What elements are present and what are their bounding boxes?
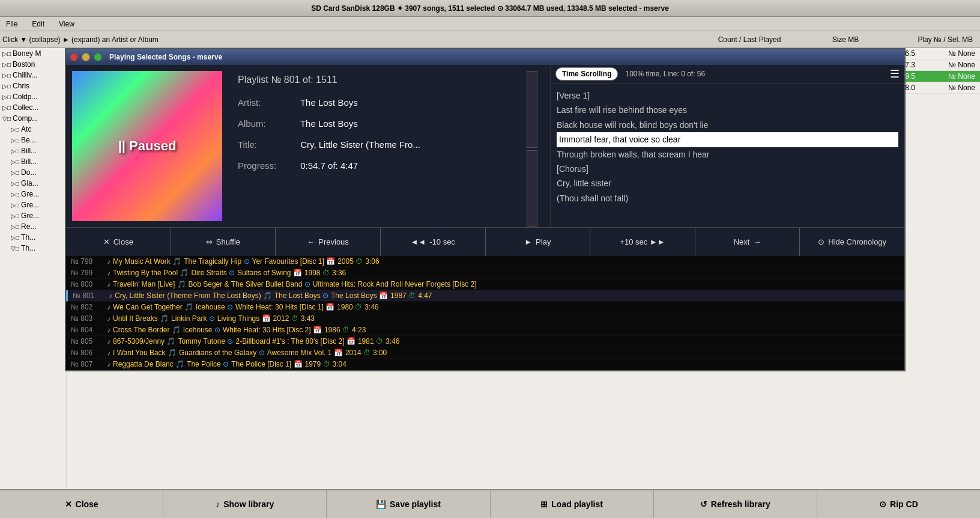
window-close-btn[interactable]: [70, 53, 78, 61]
pl-title: Reggatta De Blanc: [113, 360, 174, 368]
playlist-row[interactable]: № 802♪We Can Get Together 🎵Icehouse ⊙Whi…: [66, 302, 904, 313]
save-playlist-button[interactable]: 💾 Save playlist: [327, 490, 490, 518]
hide-chronology-button[interactable]: ⊙ Hide Chronology: [800, 228, 904, 256]
playlist-row[interactable]: № 800♪Travelin' Man [Live] 🎵Bob Seger & …: [66, 279, 904, 290]
sidebar-item-coldp[interactable]: ▷□ Coldp...: [0, 91, 67, 102]
pl-artist: The Tragically Hip: [184, 257, 241, 266]
col-size: Size MB: [809, 35, 882, 44]
music-note-icon: ♪: [107, 314, 110, 323]
sidebar-item-be[interactable]: ▷□ Be...: [0, 135, 67, 145]
bottom-close-button[interactable]: ✕ Close: [0, 490, 163, 518]
scroll-area: [514, 65, 550, 227]
file-play: № None: [915, 61, 975, 69]
pl-time: 3:06: [365, 257, 379, 266]
rewind-button[interactable]: ◄◄ -10 sec: [381, 228, 486, 256]
sidebar-item-do[interactable]: ▷□ Do...: [0, 167, 67, 178]
album-icon: ⊙: [322, 291, 328, 300]
scroll-bar-2[interactable]: [527, 150, 537, 227]
sidebar-item-comp[interactable]: ▽□ Comp...: [0, 113, 67, 124]
window-min-btn[interactable]: [82, 53, 90, 61]
sidebar-item-gre1[interactable]: ▷□ Gre...: [0, 189, 67, 200]
sidebar-item-atc[interactable]: ▷□ Atc: [0, 124, 67, 135]
album-label: Album:: [238, 118, 298, 129]
forward-button[interactable]: +10 sec ►►: [590, 228, 695, 256]
show-library-button[interactable]: ♪ Show library: [163, 490, 327, 518]
album-icon: ⊙: [259, 349, 265, 357]
col-click[interactable]: Click ▼ (collapse) ► (expand) an Artist …: [2, 35, 689, 44]
pl-year: 1979: [305, 360, 321, 368]
pl-num: № 799: [71, 269, 107, 277]
pl-album: Yer Favourites [Disc 1]: [252, 257, 324, 266]
playlist-row[interactable]: № 798♪My Music At Work 🎵The Tragically H…: [66, 256, 904, 267]
playlist-row[interactable]: № 799♪Twisting By the Pool 🎵Dire Straits…: [66, 267, 904, 279]
time-scrolling-button[interactable]: Time Scrolling: [555, 67, 618, 81]
sidebar-item-chilli[interactable]: ▷□ Chilliv...: [0, 70, 67, 81]
sidebar-item-bill1[interactable]: ▷□ Bill...: [0, 145, 67, 156]
next-button[interactable]: Next →: [695, 228, 800, 256]
time-icon: ⏱: [323, 360, 330, 368]
pl-title: Travelin' Man [Live]: [113, 280, 175, 288]
pl-album: The Lost Boys: [331, 291, 377, 300]
library-icon: ♪: [216, 499, 220, 509]
shuffle-button[interactable]: ⇔ Shuffle: [171, 228, 276, 256]
load-playlist-button[interactable]: ⊞ Load playlist: [491, 490, 654, 518]
sidebar-item-re[interactable]: ▷□ Re...: [0, 221, 67, 232]
sidebar-item-bill2[interactable]: ▷□ Bill...: [0, 156, 67, 167]
pl-album: Sultans of Swing: [237, 269, 291, 277]
album-icon: ⊙: [229, 269, 235, 277]
menu-edit[interactable]: Edit: [28, 19, 48, 29]
time-icon: ⏱: [376, 337, 383, 346]
pl-artist: Tommy Tutone: [178, 337, 225, 346]
pl-title: 867-5309/Jenny: [113, 337, 165, 346]
time-icon: ⏱: [408, 291, 416, 300]
playlist-row[interactable]: № 803♪Until It Breaks 🎵Linkin Park ⊙Livi…: [66, 313, 904, 325]
menu-file[interactable]: File: [2, 19, 21, 29]
pl-artist: Icehouse: [183, 326, 213, 334]
music-note-icon: ♪: [107, 326, 110, 334]
pl-title: We Can Get Together: [113, 303, 183, 311]
title-value: Cry, Little Sister (Theme Fro...: [300, 139, 420, 150]
close-button[interactable]: ✕ Close: [66, 228, 171, 256]
sidebar-item-boney[interactable]: ▷□ Boney M: [0, 48, 67, 59]
scroll-bar-1[interactable]: [527, 71, 537, 148]
rip-cd-button[interactable]: ⊙ Rip CD: [817, 490, 980, 518]
sidebar-item-th1[interactable]: ▷□ Th...: [0, 232, 67, 243]
playlist-row[interactable]: № 801♪Cry, Little Sister (Theme From The…: [66, 290, 904, 302]
playlist-row[interactable]: № 807♪Reggatta De Blanc 🎵The Police ⊙The…: [66, 359, 904, 370]
playlist-row[interactable]: № 805♪867-5309/Jenny 🎵Tommy Tutone ⊙2-Bi…: [66, 336, 904, 347]
progress-row: Progress: 0:54.7 of: 4:47: [238, 160, 504, 171]
lyric-line: [Chorus]: [557, 162, 898, 176]
play-button[interactable]: ► Play: [486, 228, 591, 256]
sidebar-item-collec[interactable]: ▷□ Collec...: [0, 102, 67, 113]
artist-icon: 🎵: [172, 326, 181, 334]
menu-view[interactable]: View: [55, 19, 78, 29]
playlist-row[interactable]: № 804♪Cross The Border 🎵Icehouse ⊙White …: [66, 325, 904, 336]
artist-icon: 🎵: [175, 360, 184, 368]
year-icon: 📅: [346, 337, 355, 346]
title-row: Title: Cry, Little Sister (Theme Fro...: [238, 139, 504, 150]
lyrics-menu-icon[interactable]: ☰: [890, 67, 900, 81]
pl-artist: Guardians of the Galaxy: [179, 349, 256, 357]
sidebar-item-label: Gla...: [21, 179, 38, 187]
sidebar-item-gre3[interactable]: ▷□ Gre...: [0, 210, 67, 221]
pl-year: 2014: [345, 349, 361, 357]
sidebar-item-gla[interactable]: ▷□ Gla...: [0, 178, 67, 189]
pl-title: Cross The Border: [113, 326, 169, 334]
refresh-library-button[interactable]: ↺ Refresh library: [654, 490, 817, 518]
window-max-btn[interactable]: [94, 53, 102, 61]
sidebar-item-chris[interactable]: ▷□ Chris: [0, 81, 67, 91]
sidebar-item-gre2[interactable]: ▷□ Gre...: [0, 200, 67, 210]
album-icon: ⊙: [223, 360, 229, 368]
progress-value: 0:54.7 of: 4:47: [300, 160, 358, 171]
sidebar-item-boston[interactable]: ▷□ Boston: [0, 59, 67, 70]
pl-year: 2012: [273, 314, 289, 323]
paused-label: || Paused: [118, 138, 177, 154]
previous-button[interactable]: ← Previous: [276, 228, 381, 256]
pl-album: Awesome Mix Vol. 1: [267, 349, 332, 357]
artist-icon: 🎵: [263, 291, 272, 300]
pl-title: Until It Breaks: [113, 314, 158, 323]
artist-label: Artist:: [238, 97, 298, 108]
sidebar-item-th2[interactable]: ▽□ Th...: [0, 243, 67, 254]
playlist-row[interactable]: № 806♪I Want You Back 🎵Guardians of the …: [66, 347, 904, 359]
album-row: Album: The Lost Boys: [238, 118, 504, 129]
